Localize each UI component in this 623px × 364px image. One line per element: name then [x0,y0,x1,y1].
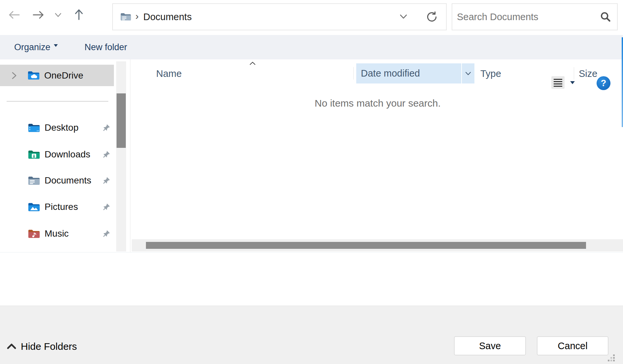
list-view-icon [553,78,563,87]
up-arrow-icon[interactable] [74,9,84,20]
search-input[interactable] [452,12,598,22]
hide-folders-button[interactable]: Hide Folders [7,341,77,352]
sidebar-item-label: Downloads [45,149,90,160]
empty-folder-message: No items match your search. [315,98,441,109]
sidebar-item-onedrive[interactable]: OneDrive [0,65,114,86]
column-header-date-modified-label: Date modified [361,68,420,79]
organize-label: Organize [14,42,51,52]
chevron-up-icon [7,343,17,350]
column-header-date-modified[interactable]: Date modified [356,63,461,83]
horizontal-scrollbar[interactable] [132,239,623,251]
sidebar-divider [7,101,108,102]
hide-folders-label: Hide Folders [21,341,77,352]
search-icon[interactable] [600,11,611,22]
sidebar-item-label: Pictures [45,202,78,212]
help-question-glyph: ? [601,78,606,88]
navigation-bar: › Documents [0,0,623,35]
pin-icon [103,177,110,184]
forward-arrow-icon[interactable] [32,11,45,19]
view-mode-caret-icon[interactable] [570,81,575,84]
sidebar-scrollbar[interactable] [116,61,126,251]
new-folder-label: New folder [85,42,127,52]
organize-button[interactable]: Organize [14,35,58,59]
downloads-folder-icon [28,149,40,160]
view-mode-button[interactable] [551,76,565,89]
sidebar-item-label: Music [45,228,69,239]
music-folder-icon [28,229,40,239]
cancel-button[interactable]: Cancel [537,336,608,355]
organize-caret-icon [54,44,58,47]
sort-ascending-caret-icon [249,62,256,65]
back-arrow-icon[interactable] [8,11,20,19]
pin-icon [103,151,110,158]
horizontal-scrollbar-thumb[interactable] [146,242,586,249]
sidebar-item-desktop[interactable]: Desktop [0,117,114,138]
help-button[interactable]: ? [597,76,610,90]
pin-icon [103,203,110,211]
desktop-folder-icon [28,123,40,133]
sidebar-item-label: Documents [45,175,91,186]
command-toolbar: Organize New folder ? [0,35,623,59]
pin-icon [103,230,110,238]
expand-chevron-icon[interactable] [11,71,17,80]
sidebar-item-music[interactable]: Music [0,223,114,244]
column-separator[interactable] [353,67,354,80]
recent-locations-chevron-icon[interactable] [54,13,62,17]
pin-icon [103,124,110,132]
onedrive-folder-icon [27,70,40,81]
save-button[interactable]: Save [454,336,526,355]
sidebar-scrollbar-thumb[interactable] [117,93,126,148]
search-box[interactable] [452,3,618,30]
breadcrumb-chevron-icon: › [135,11,139,22]
sidebar-item-downloads[interactable]: Downloads [0,144,114,165]
breadcrumb-current-folder[interactable]: Documents [143,12,192,22]
sidebar-item-label: OneDrive [44,70,83,81]
address-dropdown-chevron-icon[interactable] [399,14,408,19]
address-bar[interactable]: › Documents [112,3,447,30]
date-modified-filter-chevron-icon[interactable] [462,63,474,83]
folder-icon [120,12,131,21]
resize-grip[interactable] [608,354,615,362]
file-form: File name: Save as type: Text file [0,252,623,306]
save-dialog-window: › Documents Organize New fo [0,0,623,364]
pane-divider [130,59,130,252]
background-app-edge [622,37,623,127]
refresh-icon[interactable] [426,12,437,23]
sidebar-item-pictures[interactable]: Pictures [0,196,114,217]
column-header-type[interactable]: Type [480,68,501,79]
column-header-size[interactable]: Size [579,68,597,79]
column-separator[interactable] [574,67,574,80]
sidebar-item-documents[interactable]: Documents [0,170,114,191]
dialog-footer [0,306,623,364]
sidebar-item-label: Desktop [45,122,79,133]
pictures-folder-icon [28,202,40,212]
documents-folder-icon [28,176,40,186]
column-header-name[interactable]: Name [156,68,182,79]
new-folder-button[interactable]: New folder [85,35,127,59]
